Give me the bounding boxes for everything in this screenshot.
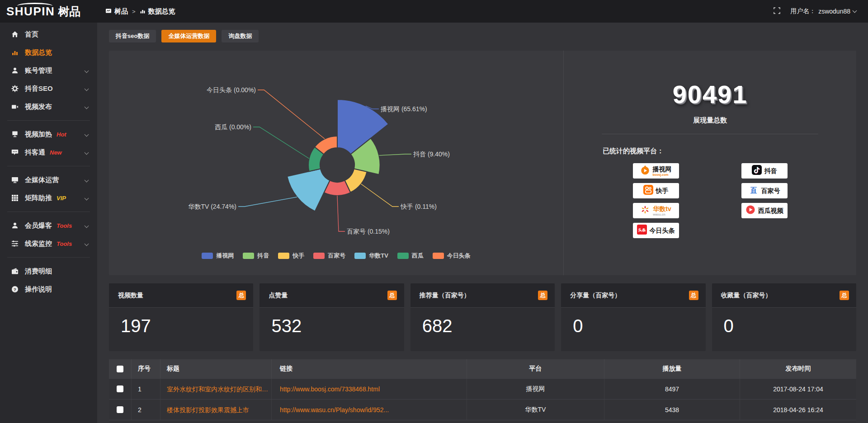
chevron-down-icon bbox=[85, 105, 89, 109]
kuaishou-logo bbox=[643, 185, 653, 197]
total-badge[interactable]: 总 bbox=[840, 291, 849, 300]
legend-label: 今日头条 bbox=[447, 252, 471, 260]
data-tabs: 抖音seo数据全媒体运营数据询盘数据 bbox=[109, 30, 856, 42]
row-checkbox[interactable] bbox=[117, 385, 123, 392]
fullscreen-icon[interactable] bbox=[774, 7, 780, 15]
billboard-icon bbox=[11, 131, 19, 138]
row-time: 2018-04-26 16:24 bbox=[740, 400, 856, 420]
pie-label-5: 西瓜 (0.00%) bbox=[215, 123, 251, 131]
table-header-cell: 平台 bbox=[467, 359, 604, 378]
platform-badge-kuaishou[interactable]: 快手 bbox=[633, 183, 679, 198]
table-row[interactable]: 2 楼体投影灯投影效果震撼上市 http://www.wasu.cn/Play/… bbox=[109, 399, 856, 420]
platform-badge-xigua[interactable]: 西瓜视频 bbox=[741, 203, 788, 218]
row-time: 2017-08-24 17:04 bbox=[740, 379, 856, 399]
total-badge[interactable]: 总 bbox=[538, 291, 547, 300]
row-checkbox[interactable] bbox=[117, 406, 123, 413]
total-badge[interactable]: 总 bbox=[689, 291, 698, 300]
select-all-checkbox[interactable] bbox=[117, 366, 123, 372]
logo-text-cn: 树品 bbox=[58, 4, 80, 19]
sidebar-item-label: 视频加热 bbox=[25, 130, 52, 139]
breadcrumb-current-label: 数据总览 bbox=[148, 7, 175, 16]
pie-label-6: 今日头条 (0.00%) bbox=[207, 86, 256, 94]
legend-item-0[interactable]: 播视网 bbox=[202, 252, 234, 260]
sidebar-item-member-baoke[interactable]: 会员爆客Tools bbox=[0, 216, 97, 235]
total-badge[interactable]: 总 bbox=[387, 291, 397, 300]
legend-item-4[interactable]: 华数TV bbox=[354, 252, 388, 260]
chevron-down-icon bbox=[85, 224, 89, 228]
tab-inquiry-data[interactable]: 询盘数据 bbox=[222, 30, 259, 42]
video-url-link[interactable]: http://www.boosj.com/7338468.html bbox=[280, 379, 380, 400]
gear-icon bbox=[11, 85, 19, 93]
bar-chart-icon bbox=[11, 49, 19, 56]
breadcrumb-separator: > bbox=[132, 8, 136, 15]
sidebar-item-matrix-boost[interactable]: 矩阵助推VIP bbox=[0, 189, 97, 207]
legend-item-1[interactable]: 抖音 bbox=[243, 252, 269, 260]
stat-card-title: 收藏量（百家号） bbox=[721, 291, 772, 300]
row-link-cell: http://www.boosj.com/7338468.html bbox=[272, 379, 467, 399]
sidebar-item-badge: Hot bbox=[57, 131, 66, 138]
row-title-cell: 室外水纹灯和室内水纹灯的区别和简介 bbox=[160, 379, 272, 399]
sliders-icon bbox=[11, 240, 19, 248]
legend-item-3[interactable]: 百家号 bbox=[313, 252, 345, 260]
legend-item-5[interactable]: 西瓜 bbox=[397, 252, 424, 260]
chart-legend: 播视网 抖音 快手 百家号 华数TV 西瓜 今日头条 bbox=[109, 252, 563, 260]
video-camera-icon bbox=[11, 103, 19, 111]
platform-badge-wasu[interactable]: 华数tvwasu.cn bbox=[633, 203, 679, 218]
stat-card-0: 视频数量 总 197 bbox=[109, 283, 253, 351]
platform-badge-douyin[interactable]: 抖音 bbox=[741, 163, 788, 179]
pie-label-line-1 bbox=[379, 154, 411, 155]
sidebar-item-operation-guide[interactable]: ? 操作说明 bbox=[0, 280, 97, 298]
sidebar-item-account-management[interactable]: 账号管理 bbox=[0, 61, 97, 80]
sidebar-item-home[interactable]: 首页 bbox=[0, 25, 97, 43]
video-title-link[interactable]: 室外水纹灯和室内水纹灯的区别和简介 bbox=[167, 379, 269, 400]
sidebar-item-consume-detail[interactable]: 消费明细 bbox=[0, 262, 97, 280]
table-header-cell: 播放量 bbox=[604, 359, 740, 378]
help-icon: ? bbox=[11, 286, 19, 293]
platform-badge-toutiao[interactable]: 头条 今日头条 bbox=[633, 223, 679, 238]
breadcrumb-current[interactable]: 数据总览 bbox=[140, 7, 175, 16]
breadcrumb-root[interactable]: 树品 bbox=[105, 7, 128, 16]
sidebar-divider bbox=[7, 257, 90, 258]
document-icon bbox=[105, 8, 112, 15]
chevron-down-icon bbox=[85, 69, 89, 73]
platform-badge-baijiahao[interactable]: 百 百家号 bbox=[741, 183, 788, 198]
pie-label-line-2 bbox=[361, 184, 399, 207]
legend-item-2[interactable]: 快手 bbox=[278, 252, 304, 260]
stat-card-value: 197 bbox=[109, 308, 253, 336]
sidebar-item-clue-monitor[interactable]: 线索监控Tools bbox=[0, 235, 97, 253]
platform-name: 西瓜视频 bbox=[758, 207, 783, 214]
total-badge[interactable]: 总 bbox=[236, 291, 246, 300]
stat-card-header: 点赞量 总 bbox=[259, 283, 404, 308]
platform-badge-boosj[interactable]: 播视网boosj.com bbox=[633, 163, 679, 179]
video-title-link[interactable]: 楼体投影灯投影效果震撼上市 bbox=[167, 400, 249, 420]
video-url-link[interactable]: http://www.wasu.cn/Play/show/id/952... bbox=[280, 400, 389, 420]
table-row[interactable]: 1 室外水纹灯和室内水纹灯的区别和简介 http://www.boosj.com… bbox=[109, 378, 856, 399]
sidebar-item-label: 会员爆客 bbox=[25, 221, 52, 230]
user-menu[interactable]: 用户名： zswodun88 bbox=[790, 7, 856, 15]
stat-card-header: 视频数量 总 bbox=[109, 283, 253, 308]
tab-douyin-seo-data[interactable]: 抖音seo数据 bbox=[109, 30, 156, 42]
stat-card-3: 分享量（百家号） 总 0 bbox=[561, 283, 705, 351]
layout: 首页 数据总览 账号管理 抖音SEO 视频发布 视频加热Hot 抖客通New 全… bbox=[0, 23, 868, 423]
legend-item-6[interactable]: 今日头条 bbox=[433, 252, 471, 260]
pie-label-line-5 bbox=[253, 127, 309, 159]
sidebar-item-video-heat[interactable]: 视频加热Hot bbox=[0, 125, 97, 143]
topbar-right: 用户名： zswodun88 bbox=[774, 7, 868, 15]
table-header-cell: 标题 bbox=[160, 359, 272, 378]
sidebar-item-media-operation[interactable]: 全媒体运营 bbox=[0, 171, 97, 189]
stat-card-title: 推荐量（百家号） bbox=[420, 291, 470, 300]
stat-card-1: 点赞量 总 532 bbox=[259, 283, 404, 351]
sidebar-item-douyin-seo[interactable]: 抖音SEO bbox=[0, 80, 97, 98]
sidebar-item-douketong[interactable]: 抖客通New bbox=[0, 143, 97, 161]
sidebar-item-data-overview[interactable]: 数据总览 bbox=[0, 43, 97, 61]
table-header-cell bbox=[109, 359, 132, 378]
legend-label: 西瓜 bbox=[412, 252, 424, 260]
xigua-logo bbox=[745, 205, 755, 216]
pie-slice-4[interactable] bbox=[287, 169, 330, 212]
sidebar-item-label: 数据总览 bbox=[25, 48, 52, 57]
row-seq: 2 bbox=[132, 400, 160, 420]
tab-media-operation-data[interactable]: 全媒体运营数据 bbox=[161, 30, 216, 42]
chevron-down-icon bbox=[85, 242, 89, 246]
sidebar-item-video-publish[interactable]: 视频发布 bbox=[0, 98, 97, 116]
svg-text:?: ? bbox=[14, 287, 16, 292]
